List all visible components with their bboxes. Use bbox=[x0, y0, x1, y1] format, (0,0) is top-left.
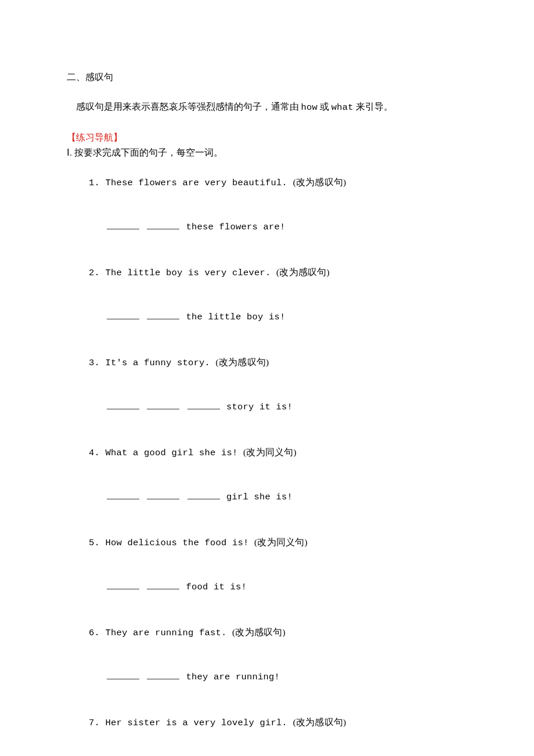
q-tail: girl she is! bbox=[221, 492, 293, 502]
q-tail: the little boy is! bbox=[181, 312, 286, 322]
intro-tail: 来引导。 bbox=[353, 102, 393, 111]
q3-prompt: 3. It's a funny story. (改为感叹句) bbox=[67, 340, 467, 386]
section1-heading: Ⅰ. 按要求完成下面的句子，每空一词。 bbox=[67, 145, 467, 160]
q6-prompt: 6. They are running fast. (改为感叹句) bbox=[67, 610, 467, 656]
intro-how: how bbox=[301, 102, 317, 113]
q-note: (改为同义句) bbox=[243, 447, 297, 457]
q-note: (改为感叹句) bbox=[216, 357, 269, 367]
q6-answer-line: they are running! bbox=[67, 656, 467, 700]
q-text: Her sister is a very lovely girl. bbox=[106, 718, 288, 728]
guide-heading: 【练习导航】 bbox=[67, 130, 467, 145]
q1-answer-line: these flowers are! bbox=[67, 206, 467, 250]
q3-answer-line: story it is! bbox=[67, 386, 467, 430]
intro-line: 感叹句是用来表示喜怒哀乐等强烈感情的句子，通常由 how 或 what 来引导。 bbox=[67, 85, 467, 131]
q7-answer-line1: lovely girl her sister is! bbox=[67, 746, 467, 757]
q-note: (改为感叹句) bbox=[276, 267, 330, 277]
fill-blank[interactable] bbox=[107, 491, 139, 499]
q-number: 1. bbox=[89, 178, 100, 188]
q4-answer-line: girl she is! bbox=[67, 476, 467, 520]
q2-prompt: 2. The little boy is very clever. (改为感叹句… bbox=[67, 250, 467, 296]
fill-blank[interactable] bbox=[187, 491, 220, 499]
fill-blank[interactable] bbox=[107, 401, 139, 409]
fill-blank[interactable] bbox=[107, 311, 139, 319]
q1-prompt: 1. These flowers are very beautiful. (改为… bbox=[67, 160, 467, 206]
worksheet-page: 二、感叹句 感叹句是用来表示喜怒哀乐等强烈感情的句子，通常由 how 或 wha… bbox=[0, 0, 534, 756]
q-number: 2. bbox=[89, 268, 100, 278]
fill-blank[interactable] bbox=[147, 311, 179, 319]
q7-prompt: 7. Her sister is a very lovely girl. (改为… bbox=[67, 700, 467, 746]
q-tail: food it is! bbox=[181, 582, 247, 592]
q-number: 4. bbox=[89, 448, 100, 458]
fill-blank[interactable] bbox=[147, 401, 179, 409]
fill-blank[interactable] bbox=[107, 581, 139, 589]
q-number: 6. bbox=[89, 628, 100, 638]
q-text: The little boy is very clever. bbox=[106, 268, 271, 278]
q-text: How delicious the food is! bbox=[106, 538, 249, 548]
q-tail: story it is! bbox=[221, 402, 293, 412]
q-tail: these flowers are! bbox=[181, 222, 286, 232]
q-note: (改为同义句) bbox=[254, 537, 308, 547]
q-tail: they are running! bbox=[181, 672, 280, 682]
q-note: (改为感叹句) bbox=[293, 177, 347, 187]
q4-prompt: 4. What a good girl she is! (改为同义句) bbox=[67, 430, 467, 476]
q-note: (改为感叹句) bbox=[232, 627, 286, 637]
q2-answer-line: the little boy is! bbox=[67, 296, 467, 340]
fill-blank[interactable] bbox=[147, 671, 179, 679]
fill-blank[interactable] bbox=[147, 581, 179, 589]
q5-answer-line: food it is! bbox=[67, 566, 467, 610]
fill-blank[interactable] bbox=[147, 491, 179, 499]
fill-blank[interactable] bbox=[147, 221, 179, 229]
q-number: 3. bbox=[89, 358, 100, 368]
intro-what: what bbox=[331, 102, 353, 113]
fill-blank[interactable] bbox=[107, 671, 139, 679]
q-note: (改为感叹句) bbox=[293, 717, 347, 727]
q-text: It's a funny story. bbox=[106, 358, 211, 368]
q-text: They are running fast. bbox=[106, 628, 227, 638]
q-number: 7. bbox=[89, 718, 100, 728]
fill-blank[interactable] bbox=[187, 401, 220, 409]
intro-or: 或 bbox=[317, 102, 331, 111]
section-title: 二、感叹句 bbox=[67, 70, 467, 85]
q-text: What a good girl she is! bbox=[106, 448, 238, 458]
q5-prompt: 5. How delicious the food is! (改为同义句) bbox=[67, 520, 467, 566]
intro-text: 感叹句是用来表示喜怒哀乐等强烈感情的句子，通常由 bbox=[76, 102, 301, 111]
q-number: 5. bbox=[89, 538, 100, 548]
q-text: These flowers are very beautiful. bbox=[106, 178, 288, 188]
fill-blank[interactable] bbox=[107, 221, 139, 229]
